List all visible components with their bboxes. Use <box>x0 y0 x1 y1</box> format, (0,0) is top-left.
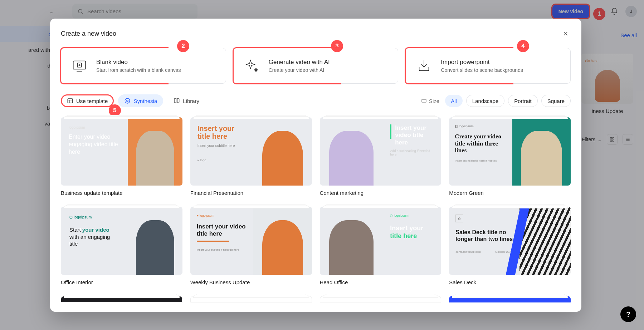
aspect-icon <box>421 98 427 104</box>
size-portrait[interactable]: Portrait <box>508 95 537 107</box>
sparkle-icon <box>242 56 262 75</box>
size-label: Size <box>421 98 439 104</box>
template-name: Modern Green <box>449 190 571 196</box>
tab-library[interactable]: Library <box>167 94 205 107</box>
template-name: Content marketing <box>320 190 441 196</box>
size-square[interactable]: Square <box>541 95 571 107</box>
template-thumb: ⬡ logoipsumInsert your title here <box>320 207 441 275</box>
tab-synthesia[interactable]: Synthesia <box>118 94 163 107</box>
svg-rect-24 <box>422 99 426 102</box>
close-icon <box>563 31 569 36</box>
template-thumb: logoipsumEnter your video engaging video… <box>61 117 182 186</box>
synthesia-icon <box>124 98 131 104</box>
template-card[interactable]: logoipsumEnter your video engaging video… <box>61 115 182 196</box>
template-card[interactable]: Insert your title hereInsert your subtit… <box>190 115 312 196</box>
template-filter-bar: 5 Use template Synthesia Library Size Al… <box>61 94 571 107</box>
size-landscape[interactable]: Landscape <box>466 95 504 107</box>
size-all[interactable]: All <box>445 95 463 107</box>
option-title: Generate video with AI <box>269 59 330 66</box>
template-name: Office Interior <box>61 279 182 285</box>
template-card[interactable]: ◐Sales Deck title no longer than two lin… <box>449 205 571 285</box>
tab-label: Use template <box>76 98 108 104</box>
template-thumb: Insert your video title hereAdd a subhea… <box>320 117 441 186</box>
template-card-peek[interactable] <box>61 294 182 302</box>
template-card-peek[interactable] <box>190 294 312 302</box>
blank-video-icon <box>70 56 89 75</box>
template-thumb: ● logoipsumInsert your video title hereI… <box>190 207 312 275</box>
option-title: Import powerpoint <box>441 59 523 66</box>
templates-grid: logoipsumEnter your video engaging video… <box>61 115 571 302</box>
tab-label: Library <box>183 98 199 104</box>
template-name: Head Office <box>320 279 441 285</box>
svg-rect-19 <box>68 99 73 103</box>
option-subtitle: Convert slides to scene backgrounds <box>441 67 523 73</box>
import-icon <box>414 56 434 75</box>
template-thumb: ◐Sales Deck title no longer than two lin… <box>449 207 571 275</box>
template-card[interactable]: ◧ logoipsumCreate your video title withi… <box>449 115 571 196</box>
create-video-modal: Create a new video 2 3 4 Blank video Sta… <box>50 19 581 312</box>
template-thumb: ⬡ logoipsumStart your video with an enga… <box>61 207 182 275</box>
annotation-badge-5: 5 <box>109 104 121 117</box>
close-button[interactable] <box>561 29 571 39</box>
template-name: Weekly Business Update <box>190 279 312 285</box>
template-thumb: ◧ logoipsumCreate your video title withi… <box>449 117 571 186</box>
template-card[interactable]: ⬡ logoipsumStart your video with an enga… <box>61 205 182 285</box>
option-import-ppt[interactable]: Import powerpoint Convert slides to scen… <box>405 48 571 84</box>
option-generate-ai[interactable]: Generate video with AI Create your video… <box>233 48 399 84</box>
template-icon <box>67 98 73 104</box>
template-card[interactable]: Insert your video title hereAdd a subhea… <box>320 115 441 196</box>
creation-options-row: 2 3 4 Blank video Start from scratch wit… <box>61 48 571 84</box>
template-thumb: Insert your title hereInsert your subtit… <box>190 117 312 186</box>
template-card[interactable]: ● logoipsumInsert your video title hereI… <box>190 205 312 285</box>
modal-title: Create a new video <box>61 30 116 38</box>
tab-label: Synthesia <box>133 98 157 104</box>
template-card-peek[interactable] <box>320 294 441 302</box>
help-icon: ? <box>626 310 630 319</box>
help-button[interactable]: ? <box>620 306 636 322</box>
template-card[interactable]: ⬡ logoipsumInsert your title here Head O… <box>320 205 441 285</box>
option-subtitle: Start from scratch with a blank canvas <box>96 67 181 73</box>
template-name: Business update template <box>61 190 182 196</box>
template-name: Financial Presentation <box>190 190 312 196</box>
book-icon <box>174 98 180 104</box>
option-subtitle: Create your video with AI <box>269 67 330 73</box>
template-name: Sales Deck <box>449 279 571 285</box>
template-card-peek[interactable] <box>449 294 571 302</box>
svg-point-23 <box>127 100 128 102</box>
tab-use-template[interactable]: Use template <box>61 94 114 107</box>
option-blank-video[interactable]: Blank video Start from scratch with a bl… <box>61 48 226 84</box>
option-title: Blank video <box>96 59 181 66</box>
